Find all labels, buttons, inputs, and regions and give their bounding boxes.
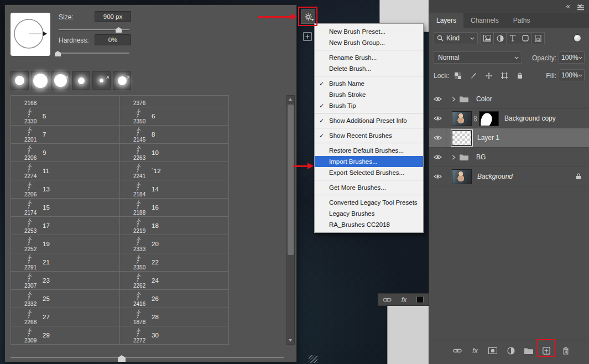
brush-preset-cell[interactable]: 187828 xyxy=(120,308,229,326)
brush-tip-thumbnail[interactable] xyxy=(11,71,29,90)
mask-thumbnail[interactable] xyxy=(479,111,499,126)
menu-item-delete-brush[interactable]: Delete Brush... xyxy=(315,63,423,74)
panel-bottom-slider-handle[interactable] xyxy=(118,355,126,362)
size-input[interactable]: 900 px xyxy=(95,11,131,22)
brush-preset-cell[interactable]: 230929 xyxy=(11,326,120,345)
brush-preset-cell[interactable]: 226224 xyxy=(120,272,229,290)
brush-preset-cell[interactable]: 218414 xyxy=(120,180,229,199)
visibility-toggle[interactable] xyxy=(429,167,446,186)
size-slider-handle[interactable] xyxy=(116,27,122,33)
brush-tip-thumbnail[interactable] xyxy=(51,71,70,90)
new-group-button[interactable] xyxy=(523,345,535,357)
opacity-input[interactable]: 100% xyxy=(559,51,585,64)
tab-layers[interactable]: Layers xyxy=(429,13,463,28)
visibility-toggle[interactable] xyxy=(429,148,446,167)
menu-item-restore-default-brushes[interactable]: Restore Default Brushes... xyxy=(315,145,423,156)
menu-item-converted-legacy-tool-presets[interactable]: Converted Legacy Tool Presets xyxy=(315,197,423,208)
layer-row-background-copy[interactable]: Background copy xyxy=(429,109,589,128)
menu-item-legacy-brushes[interactable]: Legacy Brushes xyxy=(315,208,423,219)
menu-item-new-brush-group[interactable]: New Brush Group... xyxy=(315,37,423,48)
brush-preset-cell[interactable]: 217415 xyxy=(11,199,120,217)
brush-preset-cell[interactable]: 241626 xyxy=(120,290,229,308)
filter-toggle[interactable] xyxy=(574,34,581,42)
hardness-slider-handle[interactable] xyxy=(55,51,61,56)
brush-preset-cell[interactable]: 225219 xyxy=(11,235,120,253)
brush-tip-thumbnail[interactable] xyxy=(92,71,111,90)
menu-item-ra-brushes-cc2018[interactable]: RA_Brushes CC2018 xyxy=(315,219,423,230)
scroll-up-arrow[interactable] xyxy=(289,98,292,101)
brush-tip-thumbnail[interactable] xyxy=(31,71,49,90)
menu-item-brush-stroke[interactable]: Brush Stroke xyxy=(315,89,423,100)
layer-row-color[interactable]: Color xyxy=(429,90,589,109)
brush-preset-cell[interactable]: 221918 xyxy=(120,217,229,235)
expand-chevron-icon[interactable] xyxy=(452,155,456,160)
panel-bottom-slider-track[interactable] xyxy=(11,357,284,358)
brush-preset-cell[interactable]: 227230 xyxy=(120,326,229,345)
smart-object-filter-icon[interactable] xyxy=(531,32,545,44)
menu-item-export-selected-brushes[interactable]: Export Selected Brushes... xyxy=(315,167,423,178)
brush-preset-cell[interactable]: 21458 xyxy=(120,126,229,144)
brush-preset-cell[interactable]: 233320 xyxy=(120,235,229,253)
brush-preset-cell[interactable]: 23506 xyxy=(120,107,229,126)
scroll-down-arrow[interactable] xyxy=(289,339,292,342)
visibility-toggle[interactable] xyxy=(429,90,446,108)
brush-preset-cell[interactable]: 226310 xyxy=(120,144,229,162)
lock-artboard-icon[interactable] xyxy=(499,70,510,81)
menu-item-get-more-brushes[interactable]: Get More Brushes... xyxy=(315,182,423,193)
layer-row-layer-1[interactable]: Layer 1 xyxy=(429,128,589,148)
hardness-slider-track[interactable] xyxy=(59,53,129,54)
brush-tip-thumbnail[interactable] xyxy=(72,71,90,90)
collapse-panels-icon[interactable]: « xyxy=(566,2,570,11)
brush-preset-cell[interactable]: 225317 xyxy=(11,217,120,235)
layer-thumbnail[interactable] xyxy=(452,169,472,184)
adjustment-filter-icon[interactable] xyxy=(493,32,507,44)
brush-preset-cell[interactable]: 2241`12 xyxy=(120,162,229,180)
delete-layer-button[interactable] xyxy=(560,345,572,357)
menu-item-show-recent-brushes[interactable]: ✓Show Recent Brushes xyxy=(315,130,423,141)
brush-preset-cell[interactable]: 229121 xyxy=(11,253,120,272)
tab-paths[interactable]: Paths xyxy=(506,13,538,28)
brush-preset-cell[interactable]: 2168 xyxy=(11,96,120,107)
menu-item-new-brush-preset[interactable]: New Brush Preset... xyxy=(315,26,423,37)
kind-filter-dropdown[interactable]: Kind xyxy=(434,32,478,44)
brush-preset-cell[interactable]: 233225 xyxy=(11,290,120,308)
new-layer-button[interactable] xyxy=(540,345,552,357)
fill-input[interactable]: 100% xyxy=(559,69,585,81)
layer-row-bg[interactable]: BG xyxy=(429,148,589,167)
brush-preset-cell[interactable]: 220613 xyxy=(11,180,120,199)
new-adjustment-layer-button[interactable] xyxy=(505,345,517,357)
add-layer-mask-button[interactable] xyxy=(487,345,499,357)
lock-position-icon[interactable] xyxy=(483,70,494,81)
layer-row-background[interactable]: Background xyxy=(429,167,589,186)
menu-item-rename-brush[interactable]: Rename Brush... xyxy=(315,52,423,63)
menu-item-brush-tip[interactable]: ✓Brush Tip xyxy=(315,100,423,111)
scrollbar[interactable] xyxy=(286,95,295,345)
visibility-toggle[interactable] xyxy=(429,109,446,128)
brush-preset-cell[interactable]: 22069 xyxy=(11,144,120,162)
brush-preset-cell[interactable]: 2376 xyxy=(120,96,229,107)
layer-thumbnail[interactable] xyxy=(452,111,472,126)
menu-item-import-brushes[interactable]: Import Brushes... xyxy=(315,156,423,167)
brush-preset-cell[interactable]: 22017 xyxy=(11,126,120,144)
pixel-filter-icon[interactable] xyxy=(481,32,494,44)
shape-filter-icon[interactable] xyxy=(519,32,532,44)
lock-all-icon[interactable] xyxy=(514,70,525,81)
layer-style-button[interactable]: fx xyxy=(469,345,481,357)
panel-menu-icon[interactable] xyxy=(577,5,585,11)
visibility-toggle[interactable] xyxy=(429,128,446,147)
menu-item-show-additional-preset-info[interactable]: ✓Show Additional Preset Info xyxy=(315,115,423,126)
layer-thumbnail[interactable] xyxy=(452,131,472,145)
tab-channels[interactable]: Channels xyxy=(463,13,506,28)
brush-preset-cell[interactable]: 226827 xyxy=(11,308,120,326)
brush-panel-menu-button[interactable] xyxy=(301,9,315,24)
brush-preset-cell[interactable]: 23305 xyxy=(11,107,120,126)
link-layers-button[interactable] xyxy=(451,345,463,357)
panel-resize-gripper[interactable] xyxy=(309,355,317,363)
create-new-brush-button[interactable] xyxy=(303,32,312,41)
brush-preset-cell[interactable]: 227411 xyxy=(11,162,120,180)
lock-pixels-icon[interactable] xyxy=(468,70,479,81)
brush-preset-cell[interactable]: 230723 xyxy=(11,272,120,290)
lock-transparent-icon[interactable] xyxy=(452,70,463,81)
brush-preset-cell[interactable]: 235022 xyxy=(120,253,229,272)
blend-mode-dropdown[interactable]: Normal xyxy=(434,51,522,64)
